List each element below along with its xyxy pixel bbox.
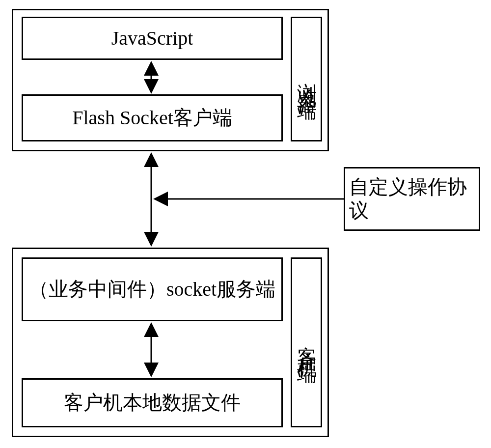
browser-label-box: 浏览器端 <box>291 17 322 141</box>
javascript-label: JavaScript <box>111 27 193 50</box>
client-label: 客户机端 <box>297 331 316 354</box>
middleware-label: （业务中间件）socket服务端 <box>29 278 275 301</box>
middleware-box: （业务中间件）socket服务端 <box>22 257 283 321</box>
client-label-box: 客户机端 <box>291 257 322 427</box>
protocol-label: 自定义操作协议 <box>349 175 475 223</box>
javascript-box: JavaScript <box>22 17 283 60</box>
localfile-box: 客户机本地数据文件 <box>22 378 283 427</box>
localfile-label: 客户机本地数据文件 <box>64 391 241 415</box>
flash-socket-box: Flash Socket客户端 <box>22 94 283 141</box>
browser-label: 浏览器端 <box>297 67 316 91</box>
flash-socket-label: Flash Socket客户端 <box>72 106 232 130</box>
protocol-box: 自定义操作协议 <box>344 167 480 231</box>
